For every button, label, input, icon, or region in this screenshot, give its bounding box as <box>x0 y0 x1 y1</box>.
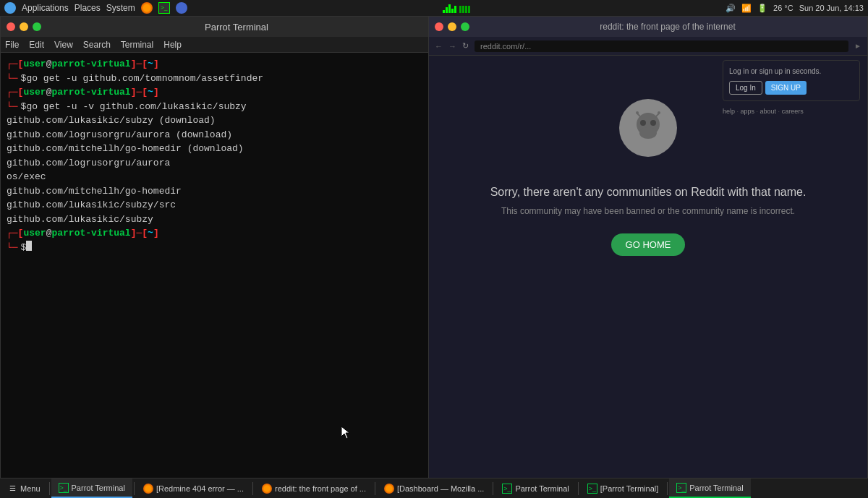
taskbar-terminal-2[interactable]: >_ Parrot Terminal <box>495 478 576 498</box>
taskbar-separator-6 <box>578 482 579 495</box>
reddit-error-container: Sorry, there aren't any communities on R… <box>429 99 867 256</box>
taskbar-separator-7 <box>667 482 668 495</box>
output-line-4: github.com/logrusorgru/aurora <box>7 156 427 171</box>
terminal-window-title: Parrot Terminal <box>46 22 427 33</box>
network-graph <box>443 3 456 13</box>
svg-point-7 <box>658 111 660 114</box>
side-panel: Log in or sign up in seconds. Log In SIG… <box>723 60 860 117</box>
output-line-6: github.com/mitchellh/go-homedir <box>7 184 427 199</box>
login-box: Log in or sign up in seconds. Log In SIG… <box>723 60 860 101</box>
taskbar-terminal-1[interactable]: >_ Parrot Terminal <box>51 478 132 498</box>
battery-icon: 🔋 <box>757 4 767 13</box>
browser-min-button[interactable] <box>448 22 456 31</box>
taskbar-menu-button[interactable]: ☰ Menu <box>0 478 48 498</box>
output-line-3: github.com/mitchellh/go-homedir (downloa… <box>7 142 427 156</box>
terminal-line-1: ┌─[user@parrot-virtual]─[~] <box>7 57 427 72</box>
taskbar-terminal-2-label: Parrot Terminal <box>515 484 569 493</box>
browser-window: reddit: the front page of the internet ←… <box>428 16 868 481</box>
system-menu[interactable]: System <box>106 3 135 13</box>
firefox-icon-3 <box>384 484 394 494</box>
menu-icon: ☰ <box>7 484 17 494</box>
network-status-icon: 📶 <box>741 4 752 13</box>
taskbar-separator-2 <box>134 482 135 495</box>
taskbar-ff-1-label: [Redmine 404 error — ... <box>156 484 244 493</box>
volume-icon: 🔊 <box>726 4 736 13</box>
taskbar-terminal-4[interactable]: >_ Parrot Terminal <box>669 478 750 498</box>
browser-titlebar: reddit: the front page of the internet <box>429 17 867 37</box>
terminal-titlebar: Parrot Terminal <box>1 17 433 37</box>
system-bar-right: 🔊 📶 🔋 26 °C Sun 20 Jun, 14:13 <box>726 4 864 13</box>
terminal-taskbar-icon[interactable]: >_ <box>158 2 170 14</box>
taskbar-firefox-1[interactable]: [Redmine 404 error — ... <box>136 478 251 498</box>
system-bar: Applications Places System >_ 🔊 📶 🔋 26 <box>0 0 868 16</box>
taskbar-terminal-3[interactable]: >_ [Parrot Terminal] <box>580 478 666 498</box>
system-bar-left: Applications Places System >_ <box>4 2 187 14</box>
svg-point-3 <box>639 127 657 139</box>
datetime-display: Sun 20 Jun, 14:13 <box>799 4 864 12</box>
refresh-icon[interactable]: ↻ <box>462 41 469 51</box>
output-line-7: github.com/lukasikic/subzy/src <box>7 198 427 212</box>
output-line-8: github.com/lukasikic/subzy <box>7 212 427 227</box>
places-menu[interactable]: Places <box>75 3 101 13</box>
output-line-5: os/exec <box>7 170 427 184</box>
terminal-cmd-3: └─$ <box>7 241 427 255</box>
reddit-error-text: Sorry, there aren't any communities on R… <box>490 186 807 256</box>
taskbar-terminal-4-label: Parrot Terminal <box>689 484 743 492</box>
firefox-icon-2 <box>262 484 272 494</box>
blue-app-icon[interactable] <box>176 2 187 14</box>
back-icon[interactable]: ← <box>435 42 443 51</box>
system-bar-center <box>443 3 470 13</box>
terminal-icon-2: >_ <box>502 484 512 494</box>
applications-menu[interactable]: Applications <box>22 3 69 13</box>
output-line-1: github.com/lukasikic/subzy (download) <box>7 113 427 128</box>
output-line-2: github.com/logrusorgru/aurora (download) <box>7 128 427 142</box>
signup-button[interactable]: SIGN UP <box>765 81 807 95</box>
taskbar-firefox-3[interactable]: [Dashboard — Mozilla ... <box>377 478 491 498</box>
reddit-error-title: Sorry, there aren't any communities on R… <box>490 186 807 199</box>
terminal-icon-4: >_ <box>676 483 686 493</box>
taskbar-firefox-2[interactable]: reddit: the front page of ... <box>255 478 373 498</box>
terminal-line-2: ┌─[user@parrot-virtual]─[~] <box>7 85 427 100</box>
window-close-button[interactable] <box>7 22 15 31</box>
browser-max-button[interactable] <box>461 22 469 31</box>
menu-file[interactable]: File <box>5 40 19 50</box>
terminal-cmd-2: └─$go get -u -v github.com/lukasikic/sub… <box>7 100 427 114</box>
reddit-404-content: Sorry, there aren't any communities on R… <box>429 56 867 481</box>
browser-title: reddit: the front page of the internet <box>474 22 861 32</box>
reddit-alien-icon <box>619 99 677 157</box>
url-bar[interactable]: reddit.com/r/... <box>475 40 848 52</box>
taskbar: ☰ Menu >_ Parrot Terminal [Redmine 404 e… <box>0 478 868 498</box>
reddit-error-subtitle: This community may have been banned or t… <box>490 206 807 216</box>
terminal-cmd-1: └─$go get -u github.com/tomnomnom/assetf… <box>7 72 427 86</box>
taskbar-separator-1 <box>49 482 50 495</box>
auth-buttons: Log In SIGN UP <box>729 81 854 95</box>
window-minimize-button[interactable] <box>20 22 28 31</box>
parrot-logo-icon[interactable] <box>4 2 16 14</box>
firefox-icon[interactable] <box>141 2 153 14</box>
browser-close-button[interactable] <box>435 22 443 31</box>
taskbar-terminal-1-label: Parrot Terminal <box>72 484 125 492</box>
taskbar-terminal-3-label: [Parrot Terminal] <box>600 484 659 493</box>
menu-search[interactable]: Search <box>83 40 111 50</box>
firefox-icon-1 <box>143 484 153 494</box>
svg-point-2 <box>650 120 656 126</box>
extensions-area: ► <box>854 42 861 50</box>
taskbar-ff-2-label: reddit: the front page of ... <box>275 484 366 493</box>
menu-view[interactable]: View <box>54 40 73 50</box>
cpu-graph <box>459 3 470 13</box>
menu-edit[interactable]: Edit <box>29 40 44 50</box>
forward-icon[interactable]: → <box>448 42 456 51</box>
taskbar-separator-4 <box>375 482 375 495</box>
terminal-icon-1: >_ <box>59 483 69 493</box>
svg-point-1 <box>640 120 646 126</box>
terminal-content[interactable]: ┌─[user@parrot-virtual]─[~] └─$go get -u… <box>1 53 433 481</box>
taskbar-menu-label: Menu <box>20 484 41 493</box>
go-home-button[interactable]: GO HOME <box>611 233 686 256</box>
menu-terminal[interactable]: Terminal <box>121 40 153 50</box>
menu-help[interactable]: Help <box>163 40 182 50</box>
login-button[interactable]: Log In <box>729 81 762 95</box>
svg-point-5 <box>636 111 639 114</box>
terminal-menu-bar: File Edit View Search Terminal Help <box>1 37 433 53</box>
window-maximize-button[interactable] <box>33 22 41 31</box>
taskbar-separator-5 <box>493 482 493 495</box>
